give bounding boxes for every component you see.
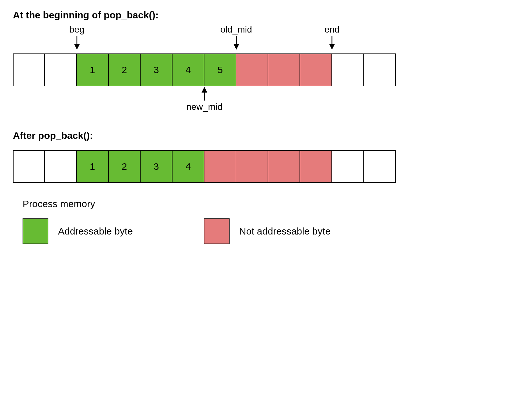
svg-marker-5: [329, 44, 335, 50]
legend-label: Not addressable byte: [239, 226, 331, 237]
svg-marker-3: [233, 44, 239, 50]
section2-title: After pop_back():: [13, 130, 519, 141]
memory-cell: [332, 150, 364, 183]
memory-cell: [204, 150, 236, 183]
memory-cell: 4: [172, 53, 204, 86]
legend-label: Addressable byte: [58, 226, 133, 237]
memory-cell: 1: [77, 53, 109, 86]
memory-cell: [364, 53, 396, 86]
memory-cell: [268, 150, 300, 183]
memory-cell: [45, 53, 77, 86]
arrow-down-icon: [328, 35, 337, 50]
memory-cell: [13, 150, 45, 183]
pointer-beg: beg: [69, 24, 84, 50]
memory-cell: 2: [109, 150, 141, 183]
memory-cell: 1: [77, 150, 109, 183]
memory-cell: [236, 53, 268, 86]
memory-cell: [364, 150, 396, 183]
memory-cell: [332, 53, 364, 86]
memory-cell: [13, 53, 45, 86]
legend-items: Addressable byte Not addressable byte: [23, 218, 519, 244]
memory-cell: 3: [141, 150, 172, 183]
memory-cell: 4: [172, 150, 204, 183]
memory-cell: 5: [204, 53, 236, 86]
memory-cell: 3: [141, 53, 172, 86]
svg-marker-1: [74, 44, 80, 50]
pointer-new-mid: new_mid: [186, 86, 222, 112]
legend-title: Process memory: [23, 198, 519, 209]
legend-swatch-red: [204, 218, 230, 244]
pointer-old-mid: old_mid: [221, 24, 252, 50]
memory-cell: [236, 150, 268, 183]
arrow-down-icon: [232, 35, 241, 50]
pointer-row-bottom: new_mid: [13, 86, 396, 119]
diagram-after: 1234: [13, 145, 519, 183]
memory-cell: 2: [109, 53, 141, 86]
diagram-before: beg old_mid end: [13, 24, 519, 119]
pointer-label: new_mid: [186, 102, 222, 112]
memory-cell: [300, 53, 332, 86]
legend-item: Not addressable byte: [204, 218, 331, 244]
pointer-end: end: [324, 24, 340, 50]
memory-cell: [300, 150, 332, 183]
memory-row-before: 12345: [13, 53, 396, 86]
section1-title: At the beginning of pop_back():: [13, 10, 519, 21]
legend-item: Addressable byte: [23, 218, 133, 244]
pointer-label: beg: [69, 24, 84, 35]
legend: Process memory Addressable byte Not addr…: [13, 198, 519, 244]
pointer-label: end: [324, 24, 340, 35]
arrow-up-icon: [200, 86, 209, 101]
pointer-label: old_mid: [221, 24, 252, 35]
memory-cell: [45, 150, 77, 183]
memory-cell: [268, 53, 300, 86]
memory-row-after: 1234: [13, 150, 396, 183]
pointer-row-top: beg old_mid end: [13, 24, 396, 53]
legend-swatch-green: [23, 218, 48, 244]
arrow-down-icon: [72, 35, 81, 50]
